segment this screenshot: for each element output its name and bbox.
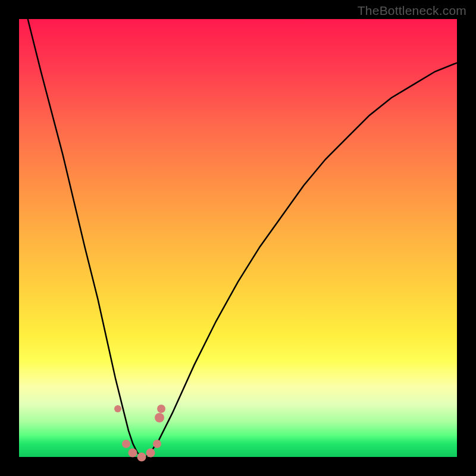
data-point-p6: [153, 440, 161, 448]
chart-frame: TheBottleneck.com: [0, 0, 476, 476]
data-point-p1: [114, 405, 121, 412]
data-point-p2: [122, 440, 130, 448]
attribution-text: TheBottleneck.com: [358, 4, 466, 18]
data-point-p4: [137, 453, 146, 462]
data-point-p7: [155, 413, 164, 422]
bottleneck-curve: [19, 19, 457, 457]
data-point-p3: [129, 448, 137, 457]
data-point-p5: [146, 448, 155, 457]
data-point-p8: [157, 405, 165, 413]
plot-area: [19, 19, 457, 457]
